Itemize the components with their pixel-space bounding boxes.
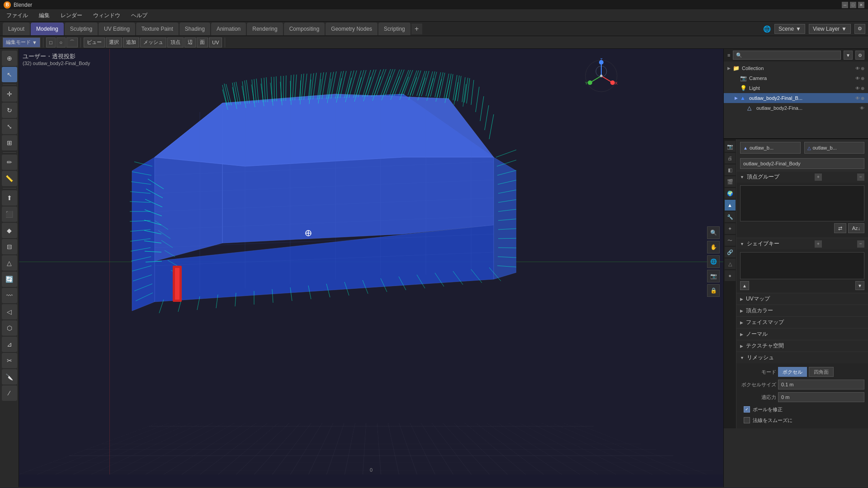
shape-key-add-btn[interactable]: + xyxy=(815,240,822,248)
vertex-groups-add-btn[interactable]: + xyxy=(815,174,822,181)
vertex-groups-section-header[interactable]: ▼ 頂点グループ + − xyxy=(736,171,868,183)
camera-toggle-btn[interactable]: 📷 xyxy=(707,270,720,282)
scene-selector[interactable]: Scene ▼ xyxy=(774,24,805,34)
zoom-in-btn[interactable]: 🔍 xyxy=(707,226,720,239)
edge-slide-tool[interactable]: ◁ xyxy=(2,304,17,319)
tab-uv-editing[interactable]: UV Editing xyxy=(99,23,135,35)
shape-key-list[interactable] xyxy=(740,252,864,279)
rip-tool[interactable]: ✂ xyxy=(2,353,17,368)
props-tab-object[interactable]: ▲ xyxy=(725,200,736,211)
tab-layout[interactable]: Layout xyxy=(3,23,30,35)
props-tab-output[interactable]: 🖨 xyxy=(725,153,736,164)
props-tab-material[interactable]: ● xyxy=(725,270,736,281)
camera-select-btn[interactable]: ⊕ xyxy=(861,76,864,81)
shape-key-remove-btn[interactable]: − xyxy=(857,240,864,248)
viewport-canvas[interactable]: ユーザー・透視投影 (32) outlaw_body2-Final_Body Z… xyxy=(19,49,723,474)
props-tab-data[interactable]: △ xyxy=(725,258,736,269)
remesh-quad-btn[interactable]: 四角面 xyxy=(809,367,834,377)
outliner-settings-btn[interactable]: ⚙ xyxy=(855,51,864,60)
mesh-name-input[interactable] xyxy=(740,158,864,169)
smooth-tool[interactable]: 〰 xyxy=(2,288,17,303)
menu-window[interactable]: ウィンドウ xyxy=(90,11,123,20)
menu-render[interactable]: レンダー xyxy=(58,11,85,20)
props-tab-physics[interactable]: 〜 xyxy=(725,235,736,246)
props-tab-world[interactable]: 🌍 xyxy=(725,188,736,199)
add-btn[interactable]: 追加 xyxy=(123,38,139,47)
shape-key-section-header[interactable]: ▼ シェイプキー + − xyxy=(736,238,868,249)
knife-tool[interactable]: 🔪 xyxy=(2,369,17,385)
vertex-groups-remove-btn[interactable]: − xyxy=(857,174,864,181)
voxel-size-field[interactable]: 0.1 m xyxy=(778,380,864,389)
viewport[interactable]: ユーザー・透視投影 (32) outlaw_body2-Final_Body Z… xyxy=(19,49,723,487)
menu-help[interactable]: ヘルプ xyxy=(128,11,150,20)
uv-btn[interactable]: UV xyxy=(209,38,222,47)
poly-build-tool[interactable]: △ xyxy=(2,255,17,271)
outlaw-eye-btn[interactable]: 👁 xyxy=(855,96,860,101)
mesh-btn[interactable]: メッシュ xyxy=(140,38,166,47)
light-select-btn[interactable]: ⊕ xyxy=(861,86,864,91)
rotate-tool[interactable]: ↻ xyxy=(2,103,17,118)
maximize-button[interactable]: □ xyxy=(850,2,856,8)
select-btn[interactable]: 選択 xyxy=(106,38,122,47)
outliner-search[interactable] xyxy=(733,51,841,60)
face-map-section-header[interactable]: ▶ フェイスマップ xyxy=(736,316,868,328)
pan-btn[interactable]: ✋ xyxy=(707,241,720,253)
bisect-tool[interactable]: ∕ xyxy=(2,385,17,401)
view-layer-selector[interactable]: View Layer ▼ xyxy=(809,24,851,34)
mesh-selector-left-btn[interactable]: ▲ outlaw_b... xyxy=(740,142,801,154)
outlaw-mesh-eye-btn[interactable]: 👁 xyxy=(860,106,864,111)
fix-poles-checkbox[interactable]: ✓ xyxy=(744,406,750,413)
select-tool[interactable]: ↖ xyxy=(2,67,17,82)
loop-cut-tool[interactable]: ⊟ xyxy=(2,239,17,254)
camera-eye-btn[interactable]: 👁 xyxy=(855,76,860,81)
shear-tool[interactable]: ⊿ xyxy=(2,337,17,352)
close-button[interactable]: ✕ xyxy=(858,2,864,8)
props-tab-constraints[interactable]: 🔗 xyxy=(725,247,736,258)
shape-key-down-btn[interactable]: ▼ xyxy=(855,281,864,290)
collection-cursor-btn[interactable]: ⊕ xyxy=(861,66,864,71)
tree-item-collection[interactable]: ▶ 📁 Collection 👁 ⊕ xyxy=(724,63,868,73)
inset-tool[interactable]: ⬛ xyxy=(2,206,17,222)
move-tool[interactable]: ✛ xyxy=(2,86,17,102)
face-btn[interactable]: 面 xyxy=(197,38,208,47)
outliner-filter-btn[interactable]: ▼ xyxy=(844,51,853,60)
tree-item-outlaw[interactable]: ▶ ▲ outlaw_body2-Final_B... 👁 ⊕ xyxy=(724,93,868,103)
scale-tool[interactable]: ⤡ xyxy=(2,119,17,134)
select-lasso-btn[interactable]: ⌒ xyxy=(66,38,78,47)
tree-item-light[interactable]: 💡 Light 👁 ⊕ xyxy=(724,83,868,93)
smooth-normals-checkbox[interactable] xyxy=(744,417,750,423)
tree-item-camera[interactable]: 📷 Camera 👁 ⊕ xyxy=(724,73,868,83)
normal-section-header[interactable]: ▶ ノーマル xyxy=(736,328,868,340)
shrink-fatten-tool[interactable]: ⬡ xyxy=(2,320,17,336)
tab-animation[interactable]: Animation xyxy=(211,23,246,35)
outlaw-select-btn[interactable]: ⊕ xyxy=(861,96,864,101)
tab-sculpting[interactable]: Sculpting xyxy=(65,23,98,35)
view-btn[interactable]: ビュー xyxy=(84,38,105,47)
tab-rendering[interactable]: Rendering xyxy=(247,23,283,35)
tab-geometry-nodes[interactable]: Geometry Nodes xyxy=(326,23,377,35)
extrude-tool[interactable]: ⬆ xyxy=(2,190,17,206)
select-circle-btn[interactable]: ○ xyxy=(57,38,66,47)
sort-swap-btn[interactable]: ⇄ xyxy=(834,223,846,233)
cursor-tool[interactable]: ⊕ xyxy=(2,51,17,66)
edge-btn[interactable]: 辺 xyxy=(184,38,196,47)
props-tab-render[interactable]: 📷 xyxy=(725,141,736,152)
tree-item-outlaw-mesh[interactable]: △ outlaw_body2-Fina... 👁 xyxy=(724,103,868,113)
tab-texture-paint[interactable]: Texture Paint xyxy=(136,23,179,35)
mesh-selector-right-btn[interactable]: △ outlaw_b... xyxy=(804,142,865,154)
shape-key-up-btn[interactable]: ▲ xyxy=(740,281,749,290)
view-lock-btn[interactable]: 🔒 xyxy=(707,284,720,297)
vertex-btn[interactable]: 頂点 xyxy=(167,38,184,47)
menu-edit[interactable]: 編集 xyxy=(36,11,52,20)
vertex-groups-list[interactable] xyxy=(740,185,864,221)
bevel-tool[interactable]: ◆ xyxy=(2,223,17,238)
props-tab-particles[interactable]: ✦ xyxy=(725,223,736,234)
light-eye-btn[interactable]: 👁 xyxy=(855,86,860,91)
props-tab-view-layer[interactable]: ◧ xyxy=(725,164,736,175)
adaptivity-field[interactable]: 0 m xyxy=(778,392,864,402)
vertex-color-section-header[interactable]: ▶ 頂点カラー xyxy=(736,305,868,316)
annotate-tool[interactable]: ✏ xyxy=(2,155,17,170)
tab-compositing[interactable]: Compositing xyxy=(284,23,325,35)
collection-eye-btn[interactable]: 👁 xyxy=(855,66,860,71)
props-tab-modifier[interactable]: 🔧 xyxy=(725,211,736,222)
